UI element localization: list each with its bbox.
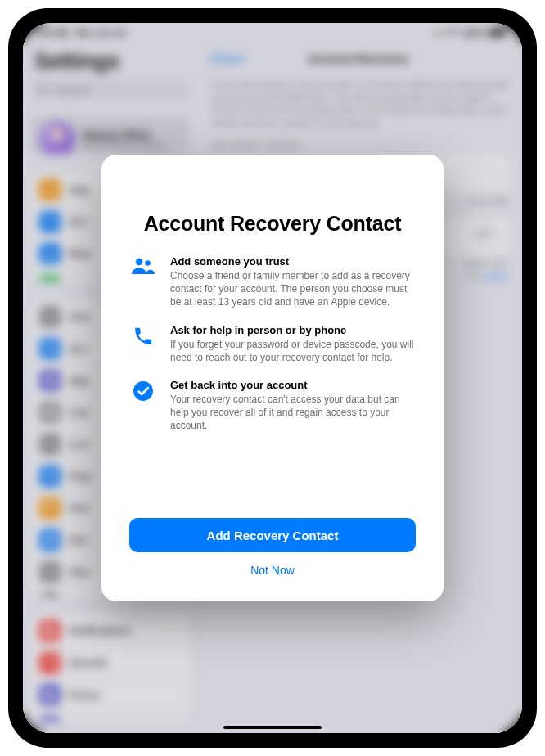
svg-point-29	[136, 259, 142, 265]
not-now-button[interactable]: Not Now	[129, 556, 416, 585]
add-recovery-contact-button[interactable]: Add Recovery Contact	[129, 518, 416, 552]
account-recovery-contact-sheet: Account Recovery Contact Add someone you…	[101, 155, 444, 601]
svg-point-31	[133, 381, 153, 401]
svg-point-30	[145, 260, 151, 266]
home-indicator[interactable]	[223, 726, 322, 729]
feature-ask-help: Ask for help in person or by phone If yo…	[129, 324, 416, 364]
feature-trust: Add someone you trust Choose a friend or…	[129, 255, 416, 309]
sheet-title: Account Recovery Contact	[129, 212, 416, 236]
people-icon	[129, 255, 157, 309]
phone-icon	[129, 324, 157, 364]
feature-get-back: Get back into your account Your recovery…	[129, 379, 416, 433]
checkmark-circle-icon	[129, 379, 157, 433]
